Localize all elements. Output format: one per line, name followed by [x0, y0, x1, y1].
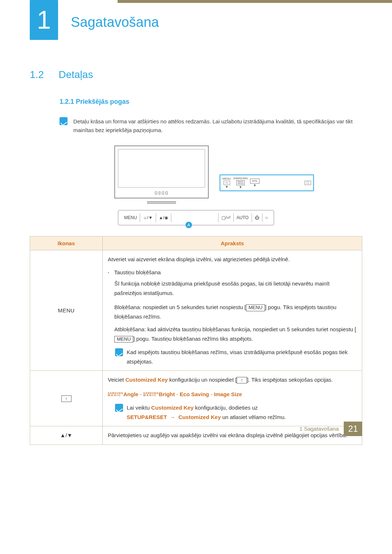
down-icon: ▼ — [225, 185, 228, 189]
subsection-heading: 1.2.1 Priekšējās pogas — [60, 98, 362, 106]
note-icon — [115, 404, 123, 412]
buttons-table: Ikonas Apraksts MENU Atveriet vai aizver… — [30, 236, 362, 445]
chapter-number: 1 — [37, 5, 51, 34]
footer-label: 1 Sagatavošana — [299, 426, 344, 432]
callout-marker: A — [185, 222, 192, 228]
note-icon — [115, 348, 123, 356]
intro-note: Detaļu krāsa un forma var atšķirties no … — [60, 117, 362, 135]
table-row: MENU Atveriet vai aizveriet ekrāna displ… — [30, 250, 362, 371]
subsection-title: Priekšējās pogas — [76, 98, 129, 105]
row1-note-text: Kad iespējots taustiņu bloķēšanas režīms… — [127, 348, 357, 366]
row1-unlock: Atbloķēšana: kad aktivizēta taustiņu blo… — [114, 325, 357, 343]
ctrl-dot: · — [166, 192, 168, 194]
row1-note: Kad iespējots taustiņu bloķēšanas režīms… — [108, 348, 357, 366]
icon-cell-custom: ↑ — [30, 371, 103, 426]
strip-auto: AUTO — [234, 213, 252, 222]
icon-cell-menu: MENU — [30, 250, 103, 371]
callout-menu: MENU ▭ ▼ — [222, 177, 231, 189]
section-title: Detaļas — [58, 69, 93, 80]
samsung-magic-logo: SAMSUNGMAGIC — [143, 393, 159, 396]
section-number: 1.2 — [30, 69, 57, 81]
menu-inline-button: MENU — [246, 304, 265, 311]
intro-note-text: Detaļu krāsa un forma var atšķirties no … — [73, 117, 362, 135]
footer-page-number: 21 — [344, 422, 362, 436]
header-accent-bar — [118, 0, 392, 3]
row2-note-text: Lai veiktu Customized Key konfigurāciju,… — [127, 403, 286, 422]
menu-inline-button: MENU — [114, 336, 133, 343]
ctrl-dot: · — [159, 192, 161, 194]
section-heading: 1.2 Detaļas — [30, 69, 362, 81]
strip-updown: ▲/◉ — [156, 213, 171, 222]
th-icons: Ikonas — [30, 237, 103, 250]
th-desc: Apraksts — [103, 237, 362, 250]
front-button-strip: MENU ☼/▼ ▲/◉ ▢/⏎ AUTO ⏻ ○ — [118, 210, 274, 225]
strip-custom: ☼/▼ — [140, 213, 156, 222]
strip-power: ⏻ — [252, 213, 262, 222]
callout-frame: ▢ — [305, 181, 311, 185]
frame-icon: ▢ — [305, 181, 311, 185]
down-icon: ▼ — [253, 184, 257, 187]
row2-note: Lai veiktu Customized Key konfigurāciju,… — [108, 403, 357, 422]
monitor-screen — [118, 149, 205, 188]
samsung-magic-logo: SAMSUNGMAGIC — [108, 393, 123, 396]
section-body: 1.2 Detaļas 1.2.1 Priekšējās pogas Detaļ… — [30, 69, 362, 445]
icon-cell-updown: ▲/▼ — [30, 426, 103, 445]
row1-p1: Atveriet vai aizveriet ekrāna displeja i… — [108, 255, 357, 264]
monitor-stand — [147, 201, 176, 204]
table-header-row: Ikonas Apraksts — [30, 237, 362, 250]
strip-menu: MENU — [121, 213, 140, 222]
monitor-outline: · · · · — [114, 145, 209, 198]
row1-bullet-text: Šī funkcija nobloķē izstrādājuma priekšp… — [114, 279, 357, 297]
ctrl-dot: · — [162, 192, 164, 194]
up-icon: ↑ — [61, 395, 72, 402]
row2-options: SAMSUNGMAGICAngle - SAMSUNGMAGICBright -… — [108, 390, 357, 399]
callout-vol: VOL ▼ — [250, 178, 260, 187]
chapter-badge: 1 — [30, 0, 58, 40]
monitor-control-row: · · · · — [155, 190, 193, 196]
page-footer: 1 Sagatavošana 21 — [299, 422, 362, 436]
down-icon: ▼ — [239, 186, 242, 189]
row1-bullet: Taustiņu bloķēšana Šī funkcija nobloķē i… — [108, 268, 357, 298]
strip-source: ▢/⏎ — [219, 213, 233, 222]
monitor-figure: · · · · A MENU ▭ ▼ SAMSUNG MAGIC ANGLE ▼ — [78, 145, 314, 225]
desc-cell-menu: Atveriet vai aizveriet ekrāna displeja i… — [103, 250, 362, 371]
chapter-title: Sagatavošana — [71, 15, 159, 30]
callout-zoom: MENU ▭ ▼ SAMSUNG MAGIC ANGLE ▼ VOL ▼ ▢ — [220, 175, 314, 191]
strip-gap — [171, 213, 219, 222]
up-icon: ↑ — [237, 377, 247, 383]
subsection-number: 1.2.1 — [60, 98, 74, 105]
row1-lock: Bloķēšana: nospiediet un 5 sekundes turi… — [114, 303, 357, 321]
table-row: ↑ Veiciet Customized Key konfigurāciju u… — [30, 371, 362, 426]
callout-magic: SAMSUNG MAGIC ANGLE ▼ — [233, 177, 248, 189]
ctrl-dot: · — [155, 192, 157, 194]
magic-angle-box: MAGIC ANGLE — [236, 180, 245, 185]
strip-led: ○ — [262, 213, 271, 222]
icon-box: ▭ — [224, 181, 230, 185]
note-icon — [60, 117, 68, 125]
desc-cell-custom: Veiciet Customized Key konfigurāciju un … — [103, 371, 362, 426]
row2-p1: Veiciet Customized Key konfigurāciju un … — [108, 375, 357, 385]
